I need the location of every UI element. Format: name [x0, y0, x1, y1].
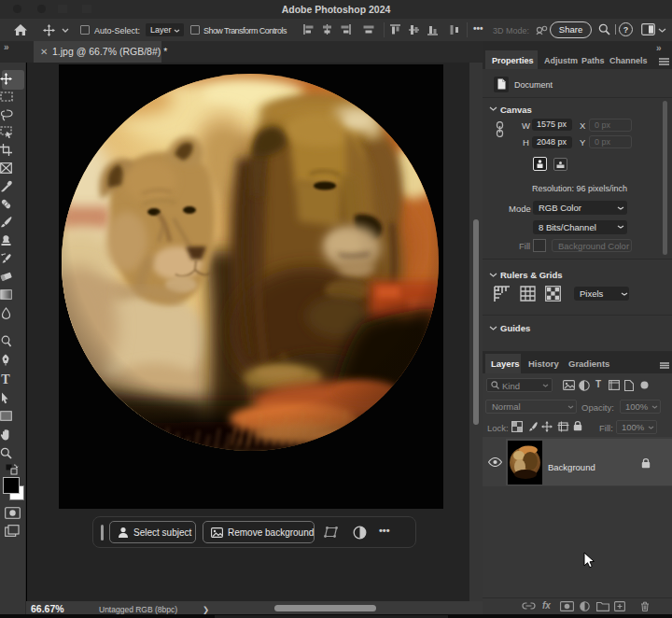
svg-text:T: T: [1, 372, 10, 385]
